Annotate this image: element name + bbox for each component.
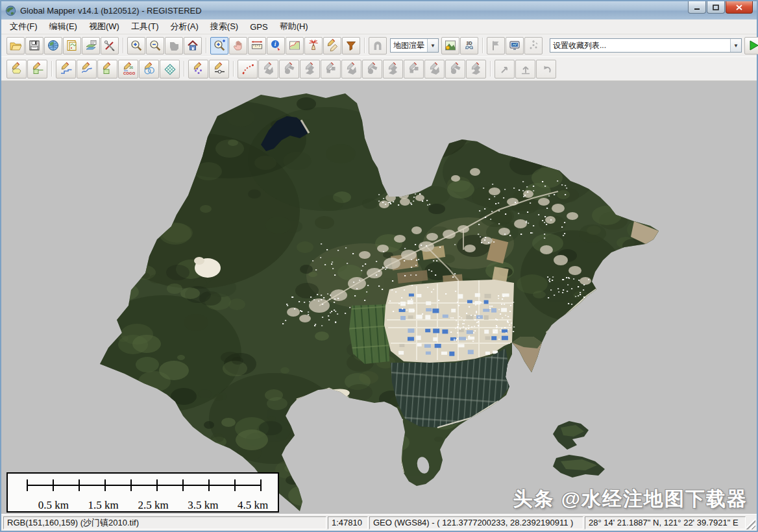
open-file-button[interactable]: [6, 37, 25, 54]
save-button[interactable]: [25, 37, 43, 54]
menu-file[interactable]: 文件(F): [4, 19, 43, 34]
gps-display-icon: [508, 39, 521, 52]
menu-analysis[interactable]: 分析(A): [165, 19, 204, 34]
status-bar: RGB(151,160,159) (沙门镇2010.tif) 1:47810 G…: [1, 514, 757, 531]
overlay-control-center-icon: [84, 39, 97, 52]
buffer-selected-button: [424, 60, 445, 79]
view-3d-icon: 3D: [463, 39, 476, 52]
create-cogo-feature-button[interactable]: 36COGO: [118, 60, 138, 79]
view-3d-button[interactable]: 3D: [460, 37, 478, 54]
status-pixel-info: RGB(151,160,159) (沙门镇2010.tif): [3, 516, 326, 529]
map-shader-combo[interactable]: 地图渲晕 ▼: [390, 38, 439, 53]
pan-tool-button[interactable]: [229, 37, 247, 54]
crop-selected-button: [341, 60, 361, 79]
path-profile-tool-button[interactable]: [286, 37, 304, 54]
create-circle-icon: [143, 62, 156, 75]
zoom-in-button[interactable]: [127, 37, 145, 54]
rotate-selected-icon: [304, 62, 317, 75]
menu-view[interactable]: 视图(W): [83, 19, 125, 34]
menu-search[interactable]: 搜索(S): [204, 19, 244, 34]
create-point-icon: [192, 62, 205, 75]
configure-button[interactable]: [101, 37, 119, 54]
zoom-tool-button[interactable]: [210, 37, 228, 54]
delete-selected-button: [466, 60, 486, 79]
hillshade-toggle-icon: [444, 39, 457, 52]
chevron-down-icon[interactable]: ▼: [730, 39, 741, 52]
gps-waypoint-icon: [489, 39, 502, 52]
main-toolbar: i 地图渲晕 ▼ 3D 设置收藏列表... ▼: [1, 34, 757, 56]
status-projection: GEO (WGS84) - ( 121.3777200233, 28.23921…: [369, 516, 583, 529]
digitizer-tool-button[interactable]: [323, 37, 341, 54]
move-selected-icon: [283, 62, 296, 75]
create-range-rings-button[interactable]: [238, 60, 258, 79]
resize-grip[interactable]: [746, 516, 755, 529]
overlay-control-center-button[interactable]: [82, 37, 100, 54]
create-area-button[interactable]: [6, 60, 27, 79]
create-circle-button[interactable]: [139, 60, 159, 79]
scale-label: 3.5 km: [178, 499, 228, 512]
create-line-icon: [60, 62, 73, 75]
menu-edit[interactable]: 编辑(E): [43, 19, 83, 34]
scale-label: 4.5 km: [228, 499, 278, 512]
restore-icon: [713, 5, 719, 10]
scale-label: 2.5 km: [128, 499, 178, 512]
zoom-in-icon: [130, 39, 143, 52]
application-window: Global Mapper v14.1 (b120512) - REGISTER…: [0, 0, 758, 532]
map-catalog-button[interactable]: [63, 37, 81, 54]
create-freehand-line-icon: [80, 62, 93, 75]
open-file-icon: [9, 39, 22, 52]
chevron-down-icon[interactable]: ▼: [427, 39, 438, 52]
buffer-selected-icon: [428, 62, 441, 75]
digitizer-tool-icon: [326, 39, 339, 52]
feature-info-tool-button[interactable]: i: [267, 37, 285, 54]
funnel-tool-button[interactable]: [342, 37, 360, 54]
toolbar-separator: [51, 61, 53, 77]
configure-icon: [103, 39, 116, 52]
hillshade-toggle-button[interactable]: [441, 37, 459, 54]
home-view-icon: [186, 39, 199, 52]
close-button[interactable]: [726, 1, 753, 14]
create-area-rectangle-button[interactable]: [27, 60, 47, 79]
home-view-button[interactable]: [184, 37, 202, 54]
create-point-on-line-button[interactable]: [209, 60, 229, 79]
measure-tool-button[interactable]: [248, 37, 266, 54]
delete-selected-icon: [470, 62, 483, 75]
menu-gps[interactable]: GPS: [244, 20, 273, 34]
vertex-tool-icon: [498, 62, 511, 75]
create-range-rings-icon: [241, 62, 254, 75]
download-online-button[interactable]: [44, 37, 62, 54]
favorites-combo[interactable]: 设置收藏列表... ▼: [550, 38, 742, 53]
image-swipe-tool-icon: [371, 39, 384, 52]
view-shed-tool-icon: [307, 39, 320, 52]
move-selected-button: [279, 60, 299, 79]
create-rectangle-button[interactable]: [97, 60, 117, 79]
gps-display-button[interactable]: [506, 37, 524, 54]
toolbar-separator: [123, 38, 124, 53]
menu-tools[interactable]: 工具(T): [125, 19, 165, 34]
create-freehand-line-button[interactable]: [77, 60, 97, 79]
apply-favorite-button[interactable]: [744, 37, 758, 54]
scale-bar-ticks: [8, 474, 278, 496]
raise-tool-icon: [519, 62, 532, 75]
toolbar-separator: [233, 61, 234, 77]
create-line-button[interactable]: [56, 60, 76, 79]
full-extent-button[interactable]: [165, 37, 183, 54]
zoom-out-button[interactable]: [146, 37, 164, 54]
view-shed-tool-button[interactable]: [304, 37, 323, 54]
download-online-icon: [47, 39, 60, 52]
svg-text:COGO: COGO: [123, 71, 135, 75]
minimize-button[interactable]: [688, 1, 706, 14]
map-canvas[interactable]: 0.5 km 1.5 km 2.5 km 3.5 km 4.5 km 头条 @水…: [1, 81, 757, 514]
status-coordinates: 28° 14' 21.1887" N, 121° 22' 39.7921" E: [585, 516, 746, 529]
create-point-button[interactable]: [188, 60, 208, 79]
trim-selected-button: [404, 60, 424, 79]
svg-text:3D: 3D: [467, 41, 472, 45]
restore-button[interactable]: [707, 1, 725, 14]
split-selected-icon: [387, 62, 400, 75]
create-grid-button[interactable]: [160, 60, 180, 79]
combine-selected-icon: [366, 62, 379, 75]
toolbar-separator: [206, 38, 207, 53]
menu-help[interactable]: 帮助(H): [274, 19, 314, 34]
create-grid-icon: [164, 62, 177, 75]
status-scale: 1:47810: [328, 516, 368, 529]
